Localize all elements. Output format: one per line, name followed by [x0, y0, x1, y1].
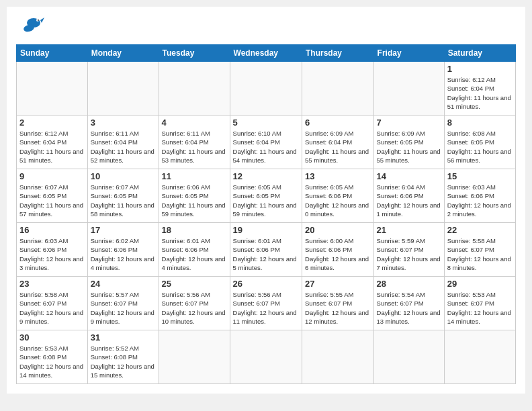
- day-info-18: Sunrise: 6:01 AM Sunset: 6:06 PM Dayligh…: [162, 236, 227, 272]
- weekday-header-row: Sunday Monday Tuesday Wednesday Thursday…: [17, 45, 516, 62]
- empty-cell: [87, 62, 159, 116]
- empty-cell: [159, 330, 230, 384]
- day-number-7: 7: [377, 118, 441, 128]
- svg-point-4: [38, 19, 39, 21]
- day-info-6: Sunrise: 6:09 AM Sunset: 6:04 PM Dayligh…: [305, 129, 371, 165]
- day-number-31: 31: [91, 332, 156, 342]
- day-info-31: Sunrise: 5:52 AM Sunset: 6:08 PM Dayligh…: [91, 344, 156, 379]
- day-cell-20: 20 Sunrise: 6:00 AM Sunset: 6:06 PM Dayl…: [302, 223, 374, 277]
- day-number-12: 12: [233, 171, 299, 181]
- day-cell-1: 1 Sunrise: 6:12 AM Sunset: 6:04 PM Dayli…: [444, 62, 515, 116]
- day-info-26: Sunrise: 5:56 AM Sunset: 6:07 PM Dayligh…: [233, 290, 299, 326]
- day-number-9: 9: [19, 171, 85, 181]
- day-info-13: Sunrise: 6:05 AM Sunset: 6:06 PM Dayligh…: [305, 183, 371, 218]
- day-number-27: 27: [305, 279, 371, 289]
- day-cell-16: 16 Sunrise: 6:03 AM Sunset: 6:06 PM Dayl…: [17, 223, 88, 277]
- day-info-23: Sunrise: 5:58 AM Sunset: 6:07 PM Dayligh…: [19, 290, 85, 326]
- day-info-30: Sunrise: 5:53 AM Sunset: 6:08 PM Dayligh…: [19, 344, 85, 379]
- day-number-6: 6: [305, 118, 371, 128]
- day-info-14: Sunrise: 6:04 AM Sunset: 6:06 PM Dayligh…: [377, 183, 441, 218]
- day-info-3: Sunrise: 6:11 AM Sunset: 6:04 PM Dayligh…: [91, 129, 156, 165]
- day-info-10: Sunrise: 6:07 AM Sunset: 6:05 PM Dayligh…: [91, 183, 156, 218]
- day-info-20: Sunrise: 6:00 AM Sunset: 6:06 PM Dayligh…: [305, 236, 371, 272]
- header: [16, 13, 516, 39]
- empty-cell: [302, 330, 374, 384]
- logo: [16, 13, 44, 39]
- day-number-18: 18: [162, 225, 227, 235]
- calendar-table: Sunday Monday Tuesday Wednesday Thursday…: [16, 44, 516, 384]
- day-cell-8: 8 Sunrise: 6:08 AM Sunset: 6:05 PM Dayli…: [444, 116, 515, 169]
- day-number-30: 30: [19, 332, 85, 342]
- day-cell-5: 5 Sunrise: 6:10 AM Sunset: 6:04 PM Dayli…: [230, 116, 302, 169]
- svg-marker-1: [40, 17, 44, 23]
- day-number-17: 17: [91, 225, 156, 235]
- day-cell-28: 28 Sunrise: 5:54 AM Sunset: 6:07 PM Dayl…: [373, 277, 444, 330]
- col-friday: Friday: [373, 45, 444, 62]
- day-number-5: 5: [233, 118, 299, 128]
- week-row: 2 Sunrise: 6:12 AM Sunset: 6:04 PM Dayli…: [17, 116, 516, 169]
- day-info-25: Sunrise: 5:56 AM Sunset: 6:07 PM Dayligh…: [162, 290, 227, 326]
- day-info-12: Sunrise: 6:05 AM Sunset: 6:05 PM Dayligh…: [233, 183, 299, 218]
- day-info-7: Sunrise: 6:09 AM Sunset: 6:05 PM Dayligh…: [377, 129, 441, 165]
- day-cell-12: 12 Sunrise: 6:05 AM Sunset: 6:05 PM Dayl…: [230, 169, 302, 223]
- empty-cell: [444, 330, 515, 384]
- day-number-29: 29: [447, 279, 513, 289]
- day-cell-17: 17 Sunrise: 6:02 AM Sunset: 6:06 PM Dayl…: [87, 223, 159, 277]
- day-number-26: 26: [233, 279, 299, 289]
- empty-cell: [230, 62, 302, 116]
- day-cell-7: 7 Sunrise: 6:09 AM Sunset: 6:05 PM Dayli…: [373, 116, 444, 169]
- day-cell-25: 25 Sunrise: 5:56 AM Sunset: 6:07 PM Dayl…: [159, 277, 230, 330]
- day-info-5: Sunrise: 6:10 AM Sunset: 6:04 PM Dayligh…: [233, 129, 299, 165]
- day-info-16: Sunrise: 6:03 AM Sunset: 6:06 PM Dayligh…: [19, 236, 85, 272]
- day-info-28: Sunrise: 5:54 AM Sunset: 6:07 PM Dayligh…: [377, 290, 441, 326]
- empty-cell: [230, 330, 302, 384]
- day-info-15: Sunrise: 6:03 AM Sunset: 6:06 PM Dayligh…: [447, 183, 513, 218]
- day-cell-30: 30 Sunrise: 5:53 AM Sunset: 6:08 PM Dayl…: [17, 330, 88, 384]
- week-row: 23 Sunrise: 5:58 AM Sunset: 6:07 PM Dayl…: [17, 277, 516, 330]
- day-number-21: 21: [377, 225, 441, 235]
- day-number-22: 22: [447, 225, 513, 235]
- col-sunday: Sunday: [17, 45, 88, 62]
- day-info-22: Sunrise: 5:58 AM Sunset: 6:07 PM Dayligh…: [447, 236, 513, 272]
- day-cell-2: 2 Sunrise: 6:12 AM Sunset: 6:04 PM Dayli…: [17, 116, 88, 169]
- day-info-11: Sunrise: 6:06 AM Sunset: 6:05 PM Dayligh…: [162, 183, 227, 218]
- empty-cell: [302, 62, 374, 116]
- day-cell-6: 6 Sunrise: 6:09 AM Sunset: 6:04 PM Dayli…: [302, 116, 374, 169]
- day-number-28: 28: [377, 279, 441, 289]
- day-number-20: 20: [305, 225, 371, 235]
- week-row: 16 Sunrise: 6:03 AM Sunset: 6:06 PM Dayl…: [17, 223, 516, 277]
- day-info-1: Sunrise: 6:12 AM Sunset: 6:04 PM Dayligh…: [447, 75, 513, 111]
- day-cell-29: 29 Sunrise: 5:53 AM Sunset: 6:07 PM Dayl…: [444, 277, 515, 330]
- day-number-24: 24: [91, 279, 156, 289]
- day-number-15: 15: [447, 171, 513, 181]
- day-number-13: 13: [305, 171, 371, 181]
- day-cell-22: 22 Sunrise: 5:58 AM Sunset: 6:07 PM Dayl…: [444, 223, 515, 277]
- col-wednesday: Wednesday: [230, 45, 302, 62]
- week-row-1: 1 Sunrise: 6:12 AM Sunset: 6:04 PM Dayli…: [17, 62, 516, 116]
- day-number-11: 11: [162, 171, 227, 181]
- empty-cell: [159, 62, 230, 116]
- calendar-page: Sunday Monday Tuesday Wednesday Thursday…: [7, 7, 525, 394]
- col-saturday: Saturday: [444, 45, 515, 62]
- day-cell-24: 24 Sunrise: 5:57 AM Sunset: 6:07 PM Dayl…: [87, 277, 159, 330]
- day-cell-9: 9 Sunrise: 6:07 AM Sunset: 6:05 PM Dayli…: [17, 169, 88, 223]
- empty-cell: [373, 62, 444, 116]
- day-cell-4: 4 Sunrise: 6:11 AM Sunset: 6:04 PM Dayli…: [159, 116, 230, 169]
- day-number-8: 8: [447, 118, 513, 128]
- day-number-14: 14: [377, 171, 441, 181]
- day-number-10: 10: [91, 171, 156, 181]
- day-number-3: 3: [91, 118, 156, 128]
- col-monday: Monday: [87, 45, 159, 62]
- day-cell-19: 19 Sunrise: 6:01 AM Sunset: 6:06 PM Dayl…: [230, 223, 302, 277]
- day-cell-14: 14 Sunrise: 6:04 AM Sunset: 6:06 PM Dayl…: [373, 169, 444, 223]
- day-number-19: 19: [233, 225, 299, 235]
- empty-cell: [373, 330, 444, 384]
- day-info-24: Sunrise: 5:57 AM Sunset: 6:07 PM Dayligh…: [91, 290, 156, 326]
- day-number-25: 25: [162, 279, 227, 289]
- week-row: 9 Sunrise: 6:07 AM Sunset: 6:05 PM Dayli…: [17, 169, 516, 223]
- day-info-9: Sunrise: 6:07 AM Sunset: 6:05 PM Dayligh…: [19, 183, 85, 218]
- col-tuesday: Tuesday: [159, 45, 230, 62]
- week-row: 30 Sunrise: 5:53 AM Sunset: 6:08 PM Dayl…: [17, 330, 516, 384]
- day-info-21: Sunrise: 5:59 AM Sunset: 6:07 PM Dayligh…: [377, 236, 441, 272]
- day-number-16: 16: [19, 225, 85, 235]
